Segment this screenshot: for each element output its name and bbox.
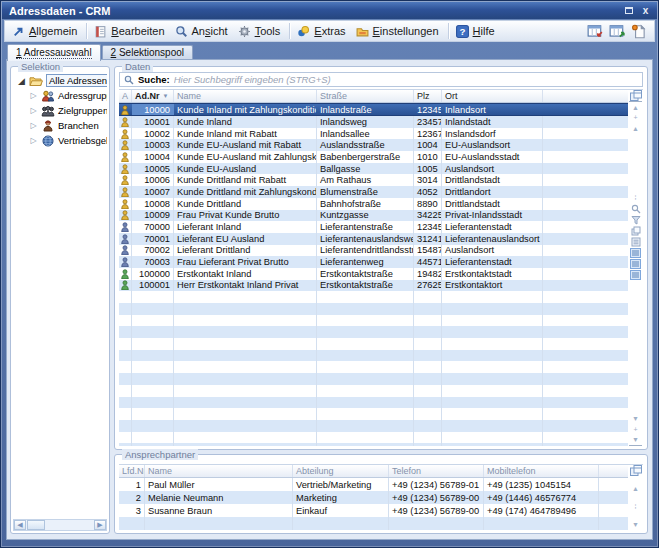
- list-button-icon[interactable]: [629, 269, 642, 280]
- cell-strasse[interactable]: Bahnhofstraße: [317, 198, 414, 210]
- cell-strasse[interactable]: Lieferantenauslandsweg: [317, 233, 414, 245]
- cell-empty[interactable]: [543, 104, 628, 115]
- scroll-left-icon[interactable]: ◀: [14, 520, 26, 530]
- cell-empty[interactable]: [543, 116, 628, 128]
- cell-ort[interactable]: EU-Auslandsstadt: [442, 151, 543, 163]
- cell-adnr[interactable]: 10003: [132, 139, 174, 151]
- table-row[interactable]: 10009Frau Privat Kunde BruttoKuntzgasse3…: [119, 210, 628, 222]
- table-row[interactable]: 10001Kunde InlandInlandsweg23457Inlandst…: [119, 116, 628, 128]
- close-icon[interactable]: x: [638, 4, 653, 17]
- cell-empty[interactable]: [543, 128, 628, 140]
- cell-adnr[interactable]: 10006: [132, 174, 174, 186]
- cell-plz[interactable]: 12367: [414, 128, 442, 140]
- menu-item-extras[interactable]: Extras: [293, 23, 351, 40]
- cell-ort[interactable]: Lieferantenstadt: [442, 256, 543, 268]
- tree-item-zielgruppen[interactable]: ▷Zielgruppen: [13, 103, 107, 118]
- cell-plz[interactable]: 1004: [414, 139, 442, 151]
- table-import-icon[interactable]: [587, 24, 603, 39]
- tree-horizontal-scrollbar[interactable]: ◀ ▶: [13, 519, 107, 531]
- cell-strasse[interactable]: Inlandsweg: [317, 116, 414, 128]
- menu-item-tools[interactable]: Tools: [234, 23, 287, 40]
- cell-lfdnr[interactable]: 2: [119, 491, 145, 504]
- list-button-icon[interactable]: [629, 247, 642, 258]
- cell-name[interactable]: Kunde EU-Ausland mit Zahlungskondtionen: [174, 151, 317, 163]
- grip-icon[interactable]: ⁞: [629, 192, 642, 203]
- person-customer-icon[interactable]: [119, 186, 132, 198]
- person-customer-icon[interactable]: [119, 151, 132, 163]
- cell-ort[interactable]: Drittlandort: [442, 186, 543, 198]
- cell-adnr[interactable]: 100000: [132, 268, 174, 280]
- cell-empty[interactable]: [543, 268, 628, 280]
- person-supplier-icon[interactable]: [119, 221, 132, 233]
- tab-1-adressauswahl[interactable]: 1 Adressauswahl: [7, 44, 101, 61]
- table-row[interactable]: 10003Kunde EU-Ausland mit RabattAuslands…: [119, 139, 628, 151]
- tree-item-vertriebsgebiete[interactable]: ▷Vertriebsgebiete: [13, 133, 107, 148]
- cell-adnr[interactable]: 10007: [132, 186, 174, 198]
- cell-adnr[interactable]: 70000: [132, 221, 174, 233]
- person-customer-icon[interactable]: [119, 163, 132, 175]
- person-customer-icon[interactable]: [119, 198, 132, 210]
- menu-item-ansicht[interactable]: Ansicht: [171, 23, 234, 40]
- table-row[interactable]: 100000Erstkontakt InlandErstkontaktstraß…: [119, 268, 628, 280]
- table-row[interactable]: 10004Kunde EU-Ausland mit Zahlungskondti…: [119, 151, 628, 163]
- cell-telefon[interactable]: +49 (1234) 56789-01: [389, 478, 484, 491]
- cell-ort[interactable]: Inslandsdorf: [442, 128, 543, 140]
- tree-expander-icon[interactable]: ▷: [29, 121, 38, 130]
- cell-empty[interactable]: [599, 491, 628, 504]
- cell-name[interactable]: Kunde Inland mit Rabatt: [174, 128, 317, 140]
- cell-plz[interactable]: 31241: [414, 233, 442, 245]
- scroll-up-icon[interactable]: ▲: [629, 483, 642, 494]
- cell-ort[interactable]: Inlandstadt: [442, 116, 543, 128]
- cell-ort[interactable]: Inlandsort: [442, 104, 543, 115]
- cell-plz[interactable]: 44571: [414, 256, 442, 268]
- cell-abteilung[interactable]: Marketing: [293, 491, 389, 504]
- cell-ort[interactable]: Drittlandstadt: [442, 174, 543, 186]
- table-row[interactable]: 10007Kunde Drittland mit Zahlungskonditi…: [119, 186, 628, 198]
- cell-empty[interactable]: [543, 139, 628, 151]
- scrollbar-thumb[interactable]: [27, 520, 45, 530]
- cell-name[interactable]: Kunde Drittland: [174, 198, 317, 210]
- column-header-strasse[interactable]: Straße: [317, 90, 414, 102]
- column-chooser-icon[interactable]: [629, 465, 642, 476]
- cell-plz[interactable]: 123456: [414, 221, 442, 233]
- cell-mobiltelefon[interactable]: +49 (1235) 1045154: [484, 478, 599, 491]
- table-row[interactable]: 100001Herr Erstkontakt Inland PrivatErst…: [119, 280, 628, 292]
- cell-plz[interactable]: 12345: [414, 104, 442, 115]
- column-header-a[interactable]: A: [119, 90, 132, 102]
- person-customer-icon[interactable]: [119, 116, 132, 128]
- cell-name[interactable]: Paul Müller: [145, 478, 293, 491]
- column-header-abteilung[interactable]: Abteilung: [293, 465, 389, 477]
- cell-name[interactable]: Kunde EU-Ausland mit Rabatt: [174, 139, 317, 151]
- cell-empty[interactable]: [543, 186, 628, 198]
- scroll-down-icon[interactable]: ▼: [629, 413, 642, 424]
- scroll-down-icon[interactable]: ▼: [629, 519, 642, 530]
- cell-empty[interactable]: [543, 198, 628, 210]
- cell-plz[interactable]: 3014: [414, 174, 442, 186]
- table-row[interactable]: 70002Lieferant DrittlandLieferantendritt…: [119, 245, 628, 257]
- cell-ort[interactable]: Auslandsort: [442, 245, 543, 257]
- person-customer-icon[interactable]: [119, 128, 132, 140]
- cell-adnr[interactable]: 10005: [132, 163, 174, 175]
- cell-adnr[interactable]: 100001: [132, 280, 174, 292]
- cell-name[interactable]: Lieferant EU Ausland: [174, 233, 317, 245]
- cell-adnr[interactable]: 70002: [132, 245, 174, 257]
- column-header-lfdnr[interactable]: Lfd.Nr.: [119, 465, 145, 477]
- insert-icon[interactable]: +: [629, 424, 642, 435]
- column-header-ort[interactable]: Ort: [442, 90, 543, 102]
- person-customer-icon[interactable]: [119, 174, 132, 186]
- cell-name[interactable]: Herr Erstkontakt Inland Privat: [174, 280, 317, 292]
- cell-plz[interactable]: 1005: [414, 163, 442, 175]
- cell-plz[interactable]: 34225: [414, 210, 442, 222]
- tree-item-branchen[interactable]: ▷Branchen: [13, 118, 107, 133]
- cell-abteilung[interactable]: Vertrieb/Marketing: [293, 478, 389, 491]
- filter-icon[interactable]: [629, 214, 642, 225]
- table-row[interactable]: 70001Lieferant EU AuslandLieferantenausl…: [119, 233, 628, 245]
- table-row[interactable]: 10005Kunde EU-AuslandBallgasse1005Auslan…: [119, 163, 628, 175]
- cell-name[interactable]: Frau Privat Kunde Brutto: [174, 210, 317, 222]
- cell-telefon[interactable]: +49 (1234) 56789-00: [389, 491, 484, 504]
- cell-empty[interactable]: [599, 478, 628, 491]
- column-chooser-icon[interactable]: [629, 90, 642, 101]
- search-input[interactable]: [174, 74, 638, 86]
- cell-empty[interactable]: [543, 163, 628, 175]
- cell-ort[interactable]: Lieferantenstadt: [442, 221, 543, 233]
